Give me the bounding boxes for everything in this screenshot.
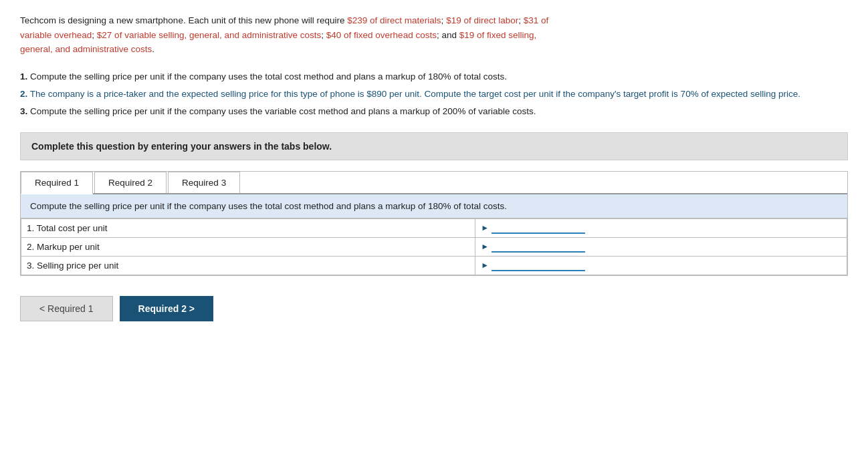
row1-arrow-icon: ► (481, 223, 489, 232)
tab1-content: Compute the selling price per unit if th… (21, 194, 847, 275)
nav-buttons: < Required 1 Required 2 > (20, 289, 848, 321)
table-row: 1. Total cost per unit ► (21, 218, 847, 237)
next-button[interactable]: Required 2 > (120, 296, 213, 321)
q1-text: Compute the selling price per unit if th… (27, 71, 507, 82)
row3-input-cell: ► (475, 256, 847, 275)
row1-label: 1. Total cost per unit (21, 218, 475, 237)
complete-instruction-box: Complete this question by entering your … (20, 132, 848, 160)
q3-text: Compute the selling price per unit if th… (27, 106, 536, 116)
intro-highlight-6: $19 of fixed selling, (459, 30, 537, 40)
row1-input[interactable] (492, 222, 585, 234)
intro-highlight-6b: general, and administrative costs (20, 44, 152, 54)
tab-required-2[interactable]: Required 2 (94, 172, 167, 193)
row2-label: 2. Markup per unit (21, 237, 475, 256)
q2-text: The company is a price-taker and the exp… (27, 89, 800, 99)
cost-table: 1. Total cost per unit ► 2. Markup per u… (21, 218, 847, 275)
questions-section: 1. Compute the selling price per unit if… (20, 69, 848, 120)
question-1: 1. Compute the selling price per unit if… (20, 69, 848, 85)
intro-highlight-1: $239 of direct materials (347, 15, 441, 25)
intro-text-part4: ; (92, 30, 97, 40)
question-3: 3. Compute the selling price per unit if… (20, 104, 848, 120)
question-2: 2. The company is a price-taker and the … (20, 86, 848, 102)
row1-input-cell: ► (475, 218, 847, 237)
intro-highlight-3: $31 of (524, 15, 549, 25)
complete-instruction-text: Complete this question by entering your … (31, 141, 332, 152)
tab-required-1[interactable]: Required 1 (21, 172, 93, 194)
row2-arrow-icon: ► (481, 242, 489, 251)
intro-highlight-3b: variable overhead (20, 30, 92, 40)
intro-paragraph: Techcom is designing a new smartphone. E… (20, 13, 848, 57)
q1-number: 1. (20, 71, 27, 82)
intro-text-part7: . (152, 44, 154, 54)
intro-highlight-2: $19 of direct labor (446, 15, 518, 25)
tabs-header: Required 1 Required 2 Required 3 (21, 172, 847, 194)
intro-text-part3: ; (518, 15, 524, 25)
q3-number: 3. (20, 106, 27, 116)
intro-highlight-5: $40 of fixed overhead costs (326, 30, 437, 40)
row3-label: 3. Selling price per unit (21, 256, 475, 275)
tab1-instruction: Compute the selling price per unit if th… (21, 194, 847, 218)
row3-input[interactable] (492, 260, 585, 271)
intro-text-part2: ; (441, 15, 447, 25)
row3-arrow-icon: ► (481, 261, 489, 270)
intro-highlight-4: $27 of variable selling, general, and ad… (97, 30, 321, 40)
intro-text-part6: ; and (437, 30, 459, 40)
q2-number: 2. (20, 89, 27, 99)
row2-input[interactable] (492, 241, 585, 253)
tab-required-3[interactable]: Required 3 (168, 172, 240, 193)
intro-text-part1: Techcom is designing a new smartphone. E… (20, 15, 347, 25)
table-row: 2. Markup per unit ► (21, 237, 847, 256)
tabs-container: Required 1 Required 2 Required 3 Compute… (20, 171, 848, 276)
prev-button[interactable]: < Required 1 (20, 296, 113, 321)
table-row: 3. Selling price per unit ► (21, 256, 847, 275)
intro-text-part5: ; (321, 30, 326, 40)
row2-input-cell: ► (475, 237, 847, 256)
